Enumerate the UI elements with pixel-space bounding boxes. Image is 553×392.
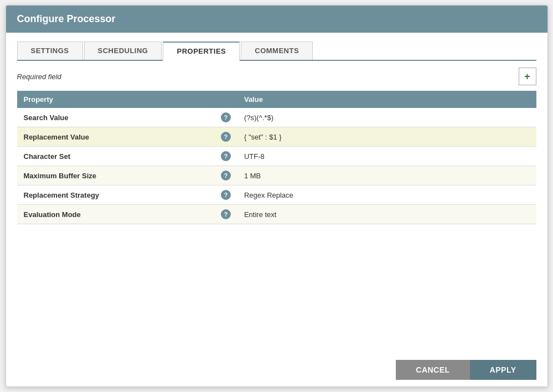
help-cell: ? bbox=[214, 147, 237, 166]
help-cell: ? bbox=[214, 166, 237, 185]
col-help bbox=[214, 91, 237, 108]
table-header-row: Property Value bbox=[17, 91, 536, 108]
property-value[interactable]: Entire text bbox=[237, 205, 503, 224]
property-value[interactable]: UTF-8 bbox=[237, 147, 503, 166]
configure-processor-dialog: Configure Processor SETTINGS SCHEDULING … bbox=[6, 5, 548, 387]
help-cell: ? bbox=[214, 185, 237, 205]
table-row: Evaluation Mode?Entire text bbox=[17, 205, 536, 224]
table-row: Search Value?(?s)(^.*$) bbox=[17, 108, 536, 127]
property-value[interactable]: (?s)(^.*$) bbox=[237, 108, 503, 127]
dialog-body: SETTINGS SCHEDULING PROPERTIES COMMENTS … bbox=[6, 33, 547, 353]
dialog-footer: CANCEL APPLY bbox=[6, 353, 547, 386]
cancel-button[interactable]: CANCEL bbox=[396, 360, 469, 380]
property-action bbox=[503, 147, 536, 166]
table-row: Replacement Value?{ "set" : $1 } bbox=[17, 127, 536, 147]
tab-properties[interactable]: PROPERTIES bbox=[163, 42, 240, 61]
apply-button[interactable]: APPLY bbox=[470, 360, 536, 380]
help-icon[interactable]: ? bbox=[221, 209, 231, 219]
property-value[interactable]: { "set" : $1 } bbox=[237, 127, 503, 147]
property-name: Maximum Buffer Size bbox=[17, 166, 214, 185]
help-icon[interactable]: ? bbox=[221, 190, 231, 200]
help-icon[interactable]: ? bbox=[221, 112, 231, 122]
property-name: Search Value bbox=[17, 108, 214, 127]
dialog-title: Configure Processor bbox=[17, 13, 116, 24]
help-cell: ? bbox=[214, 108, 237, 127]
property-action bbox=[503, 205, 536, 224]
help-icon[interactable]: ? bbox=[221, 171, 231, 180]
tab-comments[interactable]: COMMENTS bbox=[241, 42, 313, 60]
table-row: Maximum Buffer Size?1 MB bbox=[17, 166, 536, 185]
help-icon[interactable]: ? bbox=[221, 132, 231, 142]
help-cell: ? bbox=[214, 205, 237, 224]
tab-settings[interactable]: SETTINGS bbox=[17, 42, 83, 60]
property-action bbox=[503, 108, 536, 127]
property-name: Evaluation Mode bbox=[17, 205, 214, 224]
col-value: Value bbox=[237, 91, 503, 108]
table-row: Replacement Strategy?Regex Replace bbox=[17, 185, 536, 205]
property-action bbox=[503, 185, 536, 205]
property-value[interactable]: Regex Replace bbox=[237, 185, 503, 205]
dialog-header: Configure Processor bbox=[6, 6, 547, 33]
col-action bbox=[503, 91, 536, 108]
table-row: Character Set?UTF-8 bbox=[17, 147, 536, 166]
tabs-container: SETTINGS SCHEDULING PROPERTIES COMMENTS bbox=[17, 42, 536, 61]
property-name: Character Set bbox=[17, 147, 214, 166]
property-value[interactable]: 1 MB bbox=[237, 166, 503, 185]
property-action bbox=[503, 127, 536, 147]
col-property: Property bbox=[17, 91, 214, 108]
help-cell: ? bbox=[214, 127, 237, 147]
help-icon[interactable]: ? bbox=[221, 151, 231, 161]
properties-table: Property Value Search Value?(?s)(^.*$)Re… bbox=[17, 91, 536, 224]
required-field-row: Required field + bbox=[17, 68, 536, 85]
tab-scheduling[interactable]: SCHEDULING bbox=[84, 42, 162, 60]
property-action bbox=[503, 166, 536, 185]
required-field-label: Required field bbox=[17, 73, 61, 81]
property-name: Replacement Value bbox=[17, 127, 214, 147]
add-property-button[interactable]: + bbox=[519, 68, 536, 85]
property-name: Replacement Strategy bbox=[17, 185, 214, 205]
